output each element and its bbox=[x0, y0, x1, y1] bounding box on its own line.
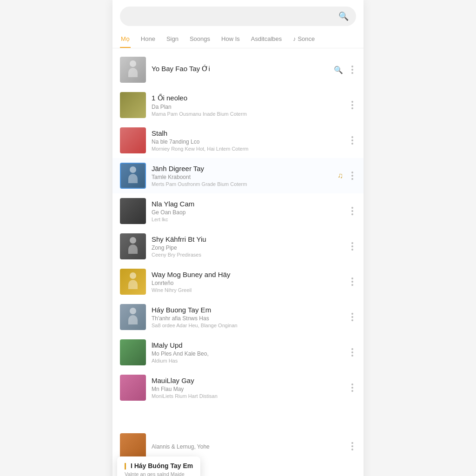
song-info: Jänh Digreer Tay Tamle Kraboont Merts Pa… bbox=[152, 165, 330, 187]
song-info: MauiLlay Gay Mn Flau May MoniLiets Rium … bbox=[152, 377, 343, 399]
song-meta: Wine Nihry Greeil bbox=[152, 287, 343, 293]
song-title: Shy Kähfrri Bt Yiu bbox=[152, 235, 343, 243]
song-meta: Morniey Rong Kew Hot, Hai Lntem Coterm bbox=[152, 146, 343, 152]
more-options-button[interactable] bbox=[349, 346, 356, 358]
song-thumbnail bbox=[120, 198, 146, 224]
song-actions bbox=[349, 440, 356, 452]
song-thumbnail bbox=[120, 304, 146, 330]
search-bar: hãy buóng tay em 🔍 bbox=[112, 0, 364, 31]
song-thumbnail bbox=[120, 233, 146, 259]
song-meta: Merts Pam Ousfronm Grade Bium Coterm bbox=[152, 181, 330, 187]
song-title: Nla Ylag Cam bbox=[152, 200, 343, 208]
more-options-button[interactable] bbox=[349, 240, 356, 252]
song-artist: Na ble 7anding Lco bbox=[152, 139, 343, 145]
more-options-button[interactable] bbox=[349, 99, 356, 111]
song-title: Way Mog Buney and Häy bbox=[152, 271, 343, 278]
list-item: Nla Ylag Cam Ge Oan Baop Lert lkc bbox=[112, 193, 364, 229]
tab-hone[interactable]: Hone bbox=[140, 31, 156, 48]
list-item: MauiLlay Gay Mn Flau May MoniLiets Rium … bbox=[112, 370, 364, 405]
song-title: lMaly Upd bbox=[152, 341, 343, 349]
more-options-button[interactable] bbox=[349, 311, 356, 323]
more-options-button[interactable] bbox=[349, 205, 356, 217]
song-actions bbox=[349, 276, 356, 288]
song-info: 1 Ối neoleo Da Plan Mama Pam Ousmanu Ina… bbox=[152, 94, 343, 117]
song-artist: Lonrteño bbox=[152, 280, 343, 286]
song-actions: 🔍 bbox=[332, 64, 356, 76]
more-options-button[interactable] bbox=[349, 64, 356, 76]
tab-sign[interactable]: Sign bbox=[165, 31, 179, 48]
song-info: lMaly Upd Mo Ples And Kale Beo, Aldium H… bbox=[152, 341, 343, 364]
song-thumbnail bbox=[120, 127, 146, 153]
song-meta: Lert lkc bbox=[152, 217, 343, 222]
nav-tabs: Mọ Hone Sign Soongs How Is Asditcalbes ♪… bbox=[112, 31, 364, 48]
song-artist: Ge Oan Baop bbox=[152, 209, 343, 216]
search-input-wrap: hãy buóng tay em 🔍 bbox=[120, 7, 356, 26]
song-artist: Alannis & Lernug, Yohe bbox=[152, 443, 343, 450]
song-thumbnail bbox=[120, 163, 146, 189]
song-actions bbox=[349, 240, 356, 252]
song-thumbnail bbox=[120, 339, 146, 365]
song-info: Háy Buong Tay Em Th'anhr afia Stnws Has … bbox=[152, 306, 343, 328]
song-title: Jänh Digreer Tay bbox=[152, 165, 330, 172]
tab-howis[interactable]: How Is bbox=[220, 31, 241, 48]
song-title: Háy Buong Tay Em bbox=[152, 306, 343, 314]
tab-soongs[interactable]: Soongs bbox=[189, 31, 211, 48]
now-playing-icon[interactable]: ♫ bbox=[336, 170, 345, 182]
song-thumbnail bbox=[120, 433, 146, 459]
song-title: MauiLlay Gay bbox=[152, 377, 343, 384]
tooltip-popup: I Háy Buóng Tay Em Valnte an ges salnd M… bbox=[117, 456, 200, 476]
song-artist: Da Plan bbox=[152, 104, 343, 110]
song-thumbnail bbox=[120, 269, 146, 295]
tab-asditcalbes[interactable]: Asditcalbes bbox=[250, 31, 283, 48]
more-options-button[interactable] bbox=[349, 134, 356, 146]
song-actions bbox=[349, 311, 356, 323]
list-item: Yo Bay Fao Tay Ởi 🔍 bbox=[112, 52, 364, 87]
search-button[interactable]: 🔍 bbox=[338, 11, 349, 21]
search-input[interactable]: hãy buóng tay em bbox=[127, 12, 335, 20]
tab-mo[interactable]: Mọ bbox=[120, 31, 131, 48]
song-thumbnail bbox=[120, 57, 146, 83]
song-actions bbox=[349, 205, 356, 217]
song-artist: Th'anhr afia Stnws Has bbox=[152, 315, 343, 322]
song-list: Yo Bay Fao Tay Ởi 🔍 1 Ối neoleo Da Plan … bbox=[112, 48, 364, 476]
list-item: I Háy Buóng Tay Em Valnte an ges salnd M… bbox=[112, 405, 364, 476]
song-info: Yo Bay Fao Tay Ởi bbox=[152, 65, 326, 75]
song-actions bbox=[349, 99, 356, 111]
list-item: Háy Buong Tay Em Th'anhr afia Stnws Has … bbox=[112, 299, 364, 335]
song-title: Yo Bay Fao Tay Ởi bbox=[152, 65, 326, 73]
song-info: Alannis & Lernug, Yohe bbox=[152, 442, 343, 451]
song-info: Nla Ylag Cam Ge Oan Baop Lert lkc bbox=[152, 200, 343, 222]
song-actions: ♫ bbox=[336, 170, 356, 182]
list-item: Shy Kähfrri Bt Yiu Zong Pipe Ceeny Bry P… bbox=[112, 229, 364, 264]
song-artist: Mo Ples And Kale Beo, bbox=[152, 350, 343, 357]
song-info: Shy Kähfrri Bt Yiu Zong Pipe Ceeny Bry P… bbox=[152, 235, 343, 258]
song-title: 1 Ối neoleo bbox=[152, 94, 343, 102]
song-title: Stalh bbox=[152, 129, 343, 137]
song-meta: Mama Pam Ousmanu Inade Bium Coterm bbox=[152, 111, 343, 117]
tooltip-bar bbox=[125, 463, 126, 469]
list-item: lMaly Upd Mo Ples And Kale Beo, Aldium H… bbox=[112, 335, 364, 370]
song-thumbnail bbox=[120, 92, 146, 118]
more-options-button[interactable] bbox=[349, 170, 356, 182]
more-options-button[interactable] bbox=[349, 382, 356, 394]
song-thumbnail bbox=[120, 375, 146, 401]
tooltip-subtitle: Valnte an ges salnd Maide bbox=[125, 471, 193, 476]
song-actions bbox=[349, 346, 356, 358]
list-item: Jänh Digreer Tay Tamle Kraboont Merts Pa… bbox=[112, 158, 364, 193]
tab-sonce[interactable]: ♪ Sonce bbox=[292, 31, 316, 48]
song-info: Way Mog Buney and Häy Lonrteño Wine Nihr… bbox=[152, 271, 343, 293]
tooltip-title: I Háy Buóng Tay Em bbox=[125, 462, 193, 469]
song-artist: Mn Flau May bbox=[152, 386, 343, 392]
search-song-button[interactable]: 🔍 bbox=[332, 64, 345, 76]
song-info: Stalh Na ble 7anding Lco Morniey Rong Ke… bbox=[152, 129, 343, 152]
list-item: 1 Ối neoleo Da Plan Mama Pam Ousmanu Ina… bbox=[112, 87, 364, 123]
more-options-button[interactable] bbox=[349, 276, 356, 288]
song-meta: MoniLiets Rium Hart Distisan bbox=[152, 393, 343, 399]
song-artist: Zong Pipe bbox=[152, 245, 343, 251]
list-item: Stalh Na ble 7anding Lco Morniey Rong Ke… bbox=[112, 123, 364, 158]
song-actions bbox=[349, 382, 356, 394]
list-item: Way Mog Buney and Häy Lonrteño Wine Nihr… bbox=[112, 264, 364, 299]
song-meta: Sa8 ordee Adar Heu, Blange Onginan bbox=[152, 323, 343, 328]
more-options-button[interactable] bbox=[349, 440, 356, 452]
song-actions bbox=[349, 134, 356, 146]
